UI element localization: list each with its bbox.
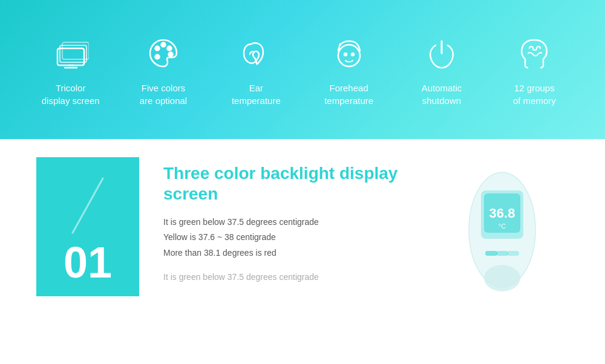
shutdown-label: Automatic shutdown [422,82,462,107]
feature-five-colors: Five colors are optional [117,32,209,107]
feature-tricolor: Tricolor display screen [24,32,117,107]
five-colors-label: Five colors are optional [140,82,187,107]
number-box: 01 [36,157,139,296]
svg-point-10 [338,45,360,67]
tricolor-icon [50,32,92,74]
white-section: 01 Three color backlight display screen … [0,139,605,364]
svg-rect-21 [507,251,519,256]
svg-text:36.8: 36.8 [489,206,515,221]
product-image-area: 36.8 °C [436,157,569,296]
content-area: Three color backlight display screen It … [163,157,411,284]
svg-point-12 [352,53,354,56]
section-number: 01 [64,241,112,284]
svg-point-7 [167,47,171,51]
svg-line-13 [73,178,103,233]
forehead-label: Forehead temperature [324,82,373,107]
svg-rect-19 [485,251,497,256]
feature-ear: Ear temperature [210,32,302,107]
palette-icon [142,32,185,74]
svg-point-9 [155,55,159,59]
top-banner: Tricolor display screen Five colors a [0,0,605,139]
thermometer-image: 36.8 °C [448,163,557,296]
memory-label: 12 groups of memory [513,82,556,107]
feature-memory: 12 groups of memory [488,32,581,107]
ear-label: Ear temperature [232,82,281,107]
svg-point-22 [484,265,520,291]
svg-text:°C: °C [499,223,506,230]
ear-icon [235,32,277,74]
feature-forehead: Forehead temperature [302,32,395,107]
forehead-icon [328,32,370,74]
tricolor-label: Tricolor display screen [42,82,100,107]
section-title: Three color backlight display screen [163,163,411,204]
svg-point-6 [161,43,165,47]
svg-point-5 [155,47,159,51]
memory-icon [513,32,555,74]
features-row: Tricolor display screen Five colors a [24,32,581,107]
description-text: It is green below 37.5 degrees centigrad… [163,215,411,261]
svg-point-11 [344,53,347,56]
power-icon [420,32,463,74]
svg-rect-20 [496,251,508,256]
sub-text: It is green below 37.5 degrees centigrad… [163,270,411,284]
svg-point-8 [168,53,172,57]
feature-shutdown: Automatic shutdown [395,32,488,107]
